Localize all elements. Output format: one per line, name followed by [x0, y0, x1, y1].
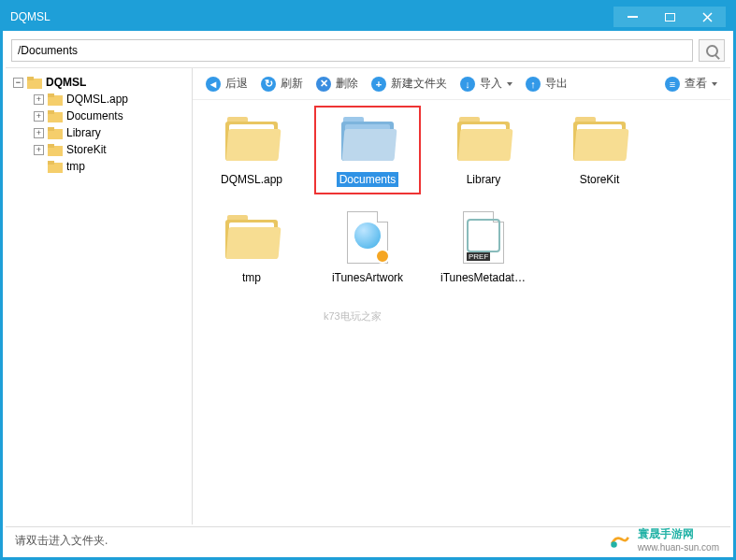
plus-icon: + [371, 77, 386, 92]
back-button[interactable]: ◄后退 [206, 76, 248, 92]
expand-icon[interactable]: + [34, 94, 44, 105]
import-button[interactable]: ↓导入 [460, 76, 512, 92]
svg-rect-13 [48, 161, 54, 165]
tree-item-documents[interactable]: + Documents [30, 108, 188, 124]
close-button[interactable] [688, 7, 726, 27]
folder-icon [48, 161, 63, 173]
expand-icon [34, 162, 44, 172]
grid-item-file[interactable]: iTunesArtwork [322, 211, 413, 285]
chevron-down-icon [712, 82, 717, 86]
delete-icon: ✕ [316, 77, 331, 92]
maximize-button[interactable] [651, 7, 688, 27]
item-label: iTunesArtwork [329, 270, 406, 285]
tree-item-label: DQMSL.app [66, 93, 128, 106]
import-label: 导入 [480, 76, 502, 92]
brand-name: 寰晟手游网 [638, 526, 719, 542]
new-folder-label: 新建文件夹 [391, 76, 447, 92]
tree-item-label: tmp [66, 160, 85, 173]
item-label: tmp [239, 270, 264, 285]
grid-item-folder[interactable]: Documents [322, 113, 413, 187]
item-label: Documents [337, 172, 399, 187]
svg-rect-11 [48, 144, 54, 148]
minimize-button[interactable] [613, 7, 651, 27]
brand-logo-icon [608, 527, 632, 552]
grid-item-folder[interactable]: DQMSL.app [206, 113, 297, 187]
grid-item-file[interactable]: PREF iTunesMetadata.p... [438, 211, 529, 285]
view-icon: ≡ [665, 77, 680, 92]
branding: 寰晟手游网 www.huan-sun.com [608, 526, 719, 553]
folder-icon [570, 113, 629, 165]
toolbar: ◄后退 ↻刷新 ✕删除 +新建文件夹 ↓导入 ↑导出 ≡查看 [193, 68, 730, 100]
new-folder-button[interactable]: +新建文件夹 [371, 76, 447, 92]
file-icon [338, 211, 397, 264]
status-bar: 请双击进入文件夹. 寰晟手游网 www.huan-sun.com [6, 526, 730, 554]
tree-root[interactable]: − DQMSL [9, 74, 188, 91]
collapse-icon[interactable]: − [13, 78, 23, 88]
folder-icon [48, 110, 63, 122]
svg-point-14 [611, 541, 617, 548]
grid-item-folder[interactable]: Library [438, 113, 529, 187]
view-label: 查看 [685, 76, 707, 92]
folder-icon [222, 211, 281, 264]
item-label: DQMSL.app [218, 172, 285, 187]
svg-rect-0 [628, 16, 638, 18]
window-title: DQMSL [10, 10, 51, 23]
tree-item-label: StoreKit [66, 143, 107, 156]
refresh-icon: ↻ [261, 77, 276, 92]
search-button[interactable] [699, 39, 725, 62]
refresh-button[interactable]: ↻刷新 [261, 76, 303, 92]
tree-item-dqmsl-app[interactable]: + DQMSL.app [30, 91, 188, 108]
svg-rect-9 [48, 127, 54, 131]
refresh-label: 刷新 [281, 76, 303, 92]
search-icon [706, 45, 718, 57]
folder-icon [338, 113, 397, 165]
back-label: 后退 [225, 76, 248, 92]
tree-item-label: Library [66, 126, 101, 139]
item-label: StoreKit [577, 172, 623, 187]
expand-icon[interactable]: + [34, 128, 44, 138]
view-button[interactable]: ≡查看 [665, 76, 717, 92]
svg-rect-5 [48, 93, 54, 97]
export-button[interactable]: ↑导出 [526, 76, 568, 92]
file-icon: PREF [454, 211, 513, 264]
item-label: Library [464, 172, 504, 187]
folder-icon [48, 93, 63, 106]
tree-item-label: Documents [66, 109, 123, 122]
chevron-down-icon [507, 82, 512, 86]
delete-button[interactable]: ✕删除 [316, 76, 358, 92]
expand-icon[interactable]: + [34, 111, 44, 122]
address-input[interactable] [11, 39, 693, 62]
file-grid: DQMSL.app Documents Library StoreKit tmp [193, 100, 730, 524]
tree-item-storekit[interactable]: + StoreKit [30, 141, 188, 158]
folder-icon [222, 113, 281, 165]
tree-item-tmp[interactable]: tmp [30, 158, 188, 175]
tree-root-label: DQMSL [46, 76, 86, 89]
import-icon: ↓ [460, 77, 475, 92]
folder-icon [27, 77, 42, 89]
delete-label: 删除 [336, 76, 358, 92]
grid-item-folder[interactable]: StoreKit [554, 113, 645, 187]
status-text: 请双击进入文件夹. [15, 533, 108, 549]
back-icon: ◄ [206, 77, 221, 92]
export-icon: ↑ [526, 77, 541, 92]
item-label: iTunesMetadata.p... [438, 270, 529, 285]
folder-icon [48, 144, 63, 156]
svg-rect-7 [48, 110, 54, 114]
tree-item-library[interactable]: + Library [30, 124, 188, 141]
svg-rect-3 [27, 77, 34, 80]
folder-icon [48, 127, 63, 139]
expand-icon[interactable]: + [34, 145, 44, 155]
sidebar-tree: − DQMSL + DQMSL.app + Documents + [6, 68, 193, 524]
folder-icon [454, 113, 513, 165]
brand-url: www.huan-sun.com [638, 542, 719, 553]
grid-item-folder[interactable]: tmp [206, 211, 297, 285]
export-label: 导出 [545, 76, 568, 92]
svg-rect-1 [665, 13, 674, 21]
